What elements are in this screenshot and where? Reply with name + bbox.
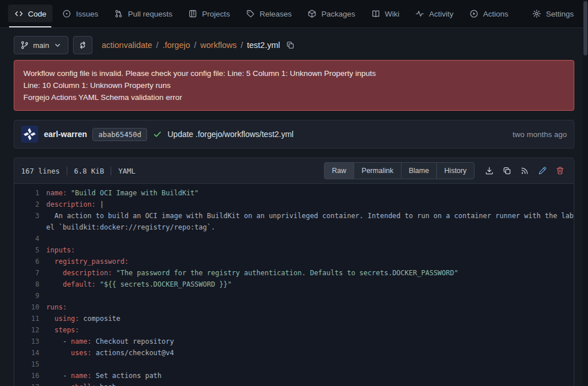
nav-item-projects[interactable]: Projects (182, 0, 236, 27)
packages-icon (307, 9, 317, 18)
stat-divider (111, 167, 111, 175)
breadcrumb-separator: / (156, 41, 159, 50)
download-button[interactable] (485, 166, 494, 175)
code-line-content: - name: Checkout repository (39, 336, 574, 347)
nav-item-label: Actions (483, 10, 508, 18)
code-line: 6 registry_password: (14, 256, 574, 267)
commit-time: two months ago (513, 130, 567, 139)
nav-item-packages[interactable]: Packages (301, 0, 361, 27)
pencil-icon (538, 166, 547, 175)
nav-item-label: Issues (76, 10, 98, 18)
delete-button[interactable] (555, 166, 565, 175)
line-number[interactable]: 7 (14, 267, 39, 279)
actions-icon (469, 9, 478, 18)
line-number[interactable]: 8 (14, 279, 39, 290)
error-line: Workflow config file is invalid. Please … (23, 67, 565, 79)
code-line: 1name: "Build OCI Image with BuildKit" (14, 187, 574, 199)
code-line-content: - name: Set actions path (39, 370, 574, 381)
breadcrumb-separator: / (194, 41, 196, 50)
copy-path-button[interactable] (286, 41, 295, 50)
nav-item-settings[interactable]: Settings (526, 0, 580, 27)
git-branch-icon (20, 41, 29, 50)
code-icon (14, 9, 23, 18)
line-number[interactable]: 12 (14, 324, 39, 336)
code-line-content: shell: bash (39, 381, 574, 386)
wiki-icon (371, 9, 380, 18)
permalink-button[interactable]: Permalink (354, 162, 402, 179)
blame-button[interactable]: Blame (401, 162, 437, 179)
code-line: 4 (14, 233, 574, 244)
line-number[interactable]: 4 (14, 233, 39, 244)
scrollbar-thumb[interactable] (583, 1, 587, 55)
avatar[interactable] (21, 126, 38, 143)
error-line: Forgejo Actions YAML Schema validation e… (23, 91, 565, 103)
nav-item-releases[interactable]: Releases (240, 0, 298, 27)
code-line-content: registry_password: (39, 256, 574, 267)
breadcrumb-link[interactable]: .forgejo (163, 41, 190, 50)
nav-item-issues[interactable]: Issues (56, 0, 104, 27)
pull-request-icon (114, 9, 123, 18)
copy-icon (502, 166, 512, 175)
line-number[interactable]: 16 (14, 370, 39, 381)
code-line: 13 - name: Checkout repository (14, 336, 574, 347)
branch-name: main (33, 41, 49, 50)
compare-button[interactable] (73, 36, 92, 54)
edit-button[interactable] (538, 166, 547, 175)
nav-item-label: Pull requests (128, 10, 172, 18)
nav-item-actions[interactable]: Actions (463, 0, 514, 27)
rss-icon (520, 166, 529, 175)
stat-divider (67, 167, 67, 175)
code-line-content (39, 359, 574, 370)
releases-icon (246, 9, 255, 18)
scrollbar[interactable] (583, 0, 588, 386)
error-banner: Workflow config file is invalid. Please … (14, 60, 574, 111)
line-number[interactable]: 17 (14, 381, 39, 386)
nav-item-activity[interactable]: Activity (409, 0, 460, 27)
code-line: 15 (14, 359, 574, 370)
code-line-content (39, 233, 574, 244)
line-number[interactable]: 6 (14, 256, 39, 267)
line-number[interactable]: 3 (14, 210, 39, 233)
code-line: 16 - name: Set actions path (14, 370, 574, 381)
breadcrumb-link[interactable]: workflows (200, 41, 237, 50)
line-number[interactable]: 2 (14, 199, 39, 210)
line-number[interactable]: 1 (14, 187, 39, 199)
nav-item-code[interactable]: Code (8, 0, 52, 27)
code-line-content: description: "The password for the regis… (39, 267, 574, 279)
rss-feed-button[interactable] (520, 166, 529, 175)
commit-author[interactable]: earl-warren (44, 130, 87, 139)
line-number[interactable]: 14 (14, 347, 39, 359)
branch-selector[interactable]: main (14, 36, 68, 54)
file-stat: YAML (118, 167, 135, 175)
line-number[interactable]: 13 (14, 336, 39, 347)
file-view: 167 lines6.8 KiBYAML RawPermalinkBlameHi… (14, 158, 574, 386)
code-line-content: steps: (39, 324, 574, 336)
line-number[interactable]: 11 (14, 313, 39, 324)
breadcrumb-link[interactable]: actionvalidate (102, 41, 152, 50)
code-line-content: An action to build an OCI image with Bui… (39, 210, 574, 233)
line-number[interactable]: 9 (14, 290, 39, 301)
code-line: 11 using: composite (14, 313, 574, 324)
code-line: 8 default: "${{ secrets.DOCKER_PASSWORD … (14, 279, 574, 290)
line-number[interactable]: 15 (14, 359, 39, 370)
commit-message[interactable]: Update .forgejo/workflows/test2.yml (168, 130, 294, 139)
file-stat: 6.8 KiB (74, 167, 104, 175)
history-button[interactable]: History (436, 162, 475, 179)
commit-hash-badge[interactable]: abab65450d (92, 128, 147, 141)
nav-item-pull-requests[interactable]: Pull requests (108, 0, 179, 27)
code-line: 7 description: "The password for the reg… (14, 267, 574, 279)
nav-item-label: Wiki (385, 10, 400, 18)
raw-button[interactable]: Raw (324, 162, 354, 179)
line-number[interactable]: 5 (14, 244, 39, 256)
line-number[interactable]: 10 (14, 301, 39, 313)
file-action-icons (485, 166, 565, 175)
nav-item-wiki[interactable]: Wiki (365, 0, 406, 27)
check-icon (153, 130, 162, 139)
nav-items: CodeIssuesPull requestsProjectsReleasesP… (8, 0, 514, 27)
file-header: 167 lines6.8 KiBYAML RawPermalinkBlameHi… (14, 158, 574, 184)
copy-content-button[interactable] (502, 166, 512, 175)
code-line-content (39, 290, 574, 301)
download-icon (485, 166, 494, 175)
nav-item-label: Releases (259, 10, 291, 18)
activity-icon (415, 9, 424, 18)
